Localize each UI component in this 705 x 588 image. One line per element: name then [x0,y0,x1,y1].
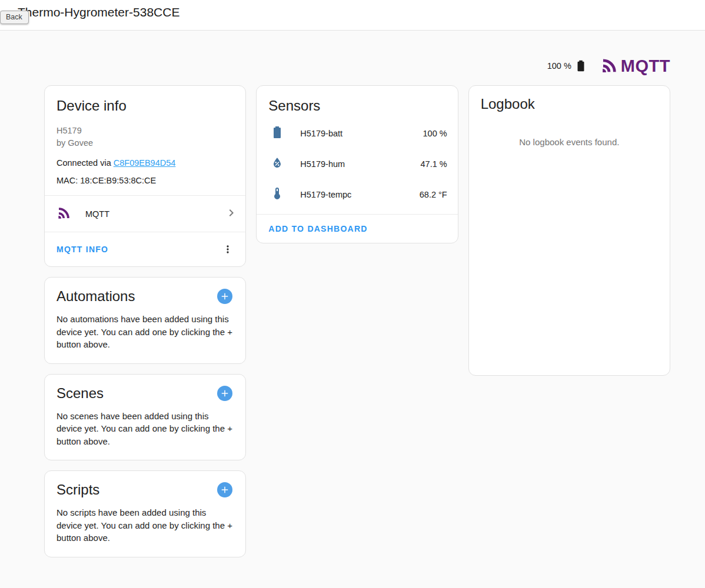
mqtt-signal-icon [56,205,72,223]
battery-level-text: 100 % [547,61,571,71]
mqtt-logo-text: MQTT [621,56,670,76]
sensor-value: 47.1 % [421,159,447,169]
sensor-value: 68.2 °F [420,190,447,199]
scripts-title: Scripts [56,481,99,499]
overflow-menu-button[interactable] [216,238,240,261]
sensors-card: Sensors H5179-batt 100 % H5179-hum 47.1 … [256,85,458,243]
device-manufacturer: by Govee [56,137,234,149]
logbook-card: Logbook No logbook events found. [468,85,670,376]
thermometer-icon [270,186,284,203]
column-middle: Sensors H5179-batt 100 % H5179-hum 47.1 … [256,85,458,243]
automations-title: Automations [56,288,135,305]
add-automation-button[interactable] [217,289,232,304]
device-page-grid: Device info H5179 by Govee Connected via… [44,85,670,557]
add-to-dashboard-button[interactable]: ADD TO DASHBOARD [268,224,367,233]
integration-name: MQTT [85,209,109,219]
logbook-title: Logbook [481,95,658,113]
column-left: Device info H5179 by Govee Connected via… [44,85,246,557]
sensors-title: Sensors [268,97,445,115]
sensor-name: H5179-tempc [300,190,351,199]
sensor-row-temperature[interactable]: H5179-tempc 68.2 °F [257,179,457,210]
sensor-row-humidity[interactable]: H5179-hum 47.1 % [257,149,457,179]
mqtt-brand-logo[interactable]: MQTT [600,55,670,77]
add-script-button[interactable] [217,482,232,497]
mqtt-signal-icon [600,55,620,77]
automations-card: Automations No automations have been add… [44,277,246,364]
scenes-title: Scenes [56,385,104,402]
device-info-actions: MQTT INFO [45,232,245,266]
battery-icon [270,125,284,142]
sensor-row-battery[interactable]: H5179-batt 100 % [257,118,457,149]
integration-row-mqtt[interactable]: MQTT [45,196,245,232]
scenes-card: Scenes No scenes have been added using t… [44,374,246,461]
scripts-empty-message: No scripts have been added using this de… [56,506,234,544]
device-model: H5179 [56,125,234,137]
device-info-title: Device info [56,97,234,115]
device-info-card: Device info H5179 by Govee Connected via… [44,85,246,267]
automations-empty-message: No automations have been added using thi… [56,313,234,351]
add-scene-button[interactable] [217,386,232,401]
back-button[interactable]: Back [0,11,29,24]
sensor-name: H5179-batt [300,129,342,138]
humidity-icon [270,156,284,172]
mqtt-info-button[interactable]: MQTT INFO [56,245,108,254]
connected-via-link[interactable]: C8F09EB94D54 [114,158,176,168]
device-status-row: 100 % MQTT [547,54,670,78]
chevron-right-icon [224,206,238,222]
connected-via-label: Connected via [56,158,114,168]
battery-icon [574,59,587,72]
sensor-value: 100 % [423,129,447,138]
device-mac: MAC: 18:CE:B9:53:8C:CE [56,176,234,195]
column-right: Logbook No logbook events found. [468,85,670,376]
page-title: Thermo-Hygrometer-538CCE [18,5,179,19]
logbook-empty-message: No logbook events found. [469,137,670,147]
app-header: Thermo-Hygrometer-538CCE [0,0,705,31]
sensor-name: H5179-hum [300,159,345,169]
connected-via-line: Connected via C8F09EB94D54 [56,158,234,168]
scenes-empty-message: No scenes have been added using this dev… [56,410,234,448]
scripts-card: Scripts No scripts have been added using… [44,470,246,557]
